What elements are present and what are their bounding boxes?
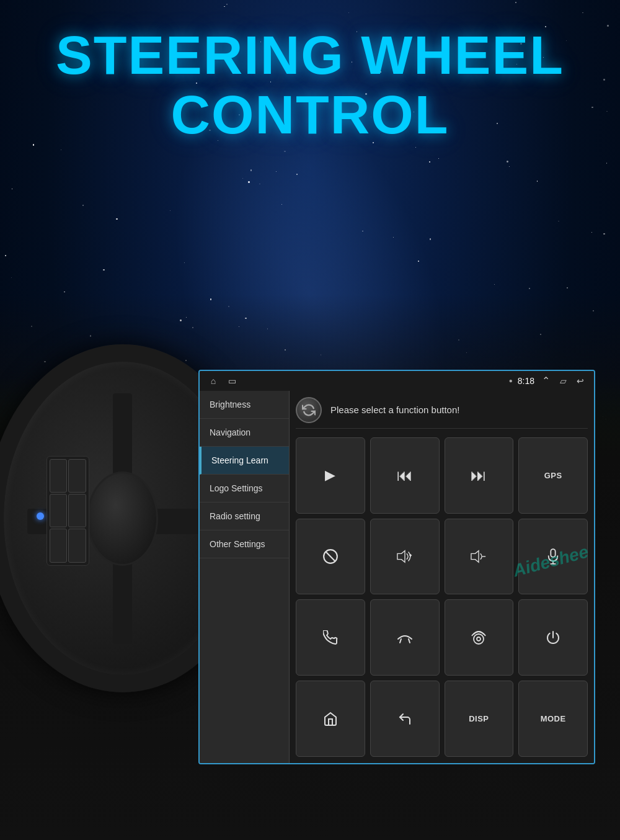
- btn-gps[interactable]: GPS: [518, 437, 588, 514]
- page-title-line1: STEERING WHEEL: [0, 25, 620, 86]
- back-icon[interactable]: ↩: [574, 375, 587, 387]
- mute-icon: [322, 548, 339, 565]
- menu-item-steering-learn[interactable]: Steering Learn: [200, 447, 289, 475]
- phone-icon: [323, 630, 338, 645]
- btn-prev[interactable]: ⏮: [370, 437, 440, 514]
- page-title-line2: CONTROL: [0, 85, 620, 145]
- btn-power[interactable]: [518, 599, 588, 676]
- btn-disp[interactable]: DISP: [445, 681, 514, 757]
- prev-icon: ⏮: [397, 466, 413, 485]
- panel-header: Please select a function button!: [296, 397, 588, 429]
- function-buttons-grid: ▶ ⏮ ⏭ GPS: [296, 437, 588, 757]
- btn-mic[interactable]: [518, 519, 588, 595]
- refresh-button[interactable]: [296, 397, 322, 423]
- main-panel: Please select a function button! ▶ ⏮ ⏭ G…: [290, 391, 594, 763]
- sw-btn-1[interactable]: [50, 459, 68, 493]
- sim-icon: ▭: [226, 375, 238, 387]
- play-icon: ▶: [325, 467, 335, 483]
- menu-item-other-settings[interactable]: Other Settings: [200, 530, 289, 558]
- btn-play[interactable]: ▶: [296, 437, 365, 514]
- blue-indicator: [37, 512, 44, 520]
- gps-label: GPS: [544, 471, 562, 480]
- vol-down-icon: [471, 549, 487, 564]
- svg-point-10: [474, 634, 484, 644]
- head-unit-screen: ⌂ ▭ ● 8:18 ⌃ ▱ ↩ Brightness Navigation S…: [198, 370, 595, 764]
- btn-radio[interactable]: [445, 599, 514, 676]
- btn-mode[interactable]: MODE: [518, 681, 588, 757]
- hang-up-icon: [396, 630, 414, 645]
- window-icon[interactable]: ▱: [557, 375, 569, 387]
- sidebar-menu: Brightness Navigation Steering Learn Log…: [200, 391, 290, 763]
- menu-item-logo-settings[interactable]: Logo Settings: [200, 475, 289, 503]
- sw-btn-4[interactable]: [68, 494, 86, 527]
- svg-marker-5: [471, 551, 479, 563]
- power-icon: [546, 630, 560, 645]
- svg-line-1: [326, 552, 335, 561]
- btn-back-func[interactable]: [370, 681, 440, 757]
- home-icon[interactable]: ⌂: [207, 375, 219, 387]
- btn-next[interactable]: ⏭: [445, 437, 514, 514]
- sw-btn-3[interactable]: [50, 494, 68, 527]
- svg-marker-2: [397, 551, 405, 563]
- btn-mute[interactable]: [296, 519, 365, 595]
- btn-home[interactable]: [296, 681, 365, 757]
- btn-phone[interactable]: [296, 599, 365, 676]
- panel-prompt: Please select a function button!: [330, 404, 459, 415]
- back-func-icon: [397, 712, 412, 726]
- sw-btn-6[interactable]: [68, 529, 86, 562]
- vol-up-icon: [397, 549, 413, 564]
- home-func-icon: [323, 712, 338, 726]
- disp-label: DISP: [469, 714, 489, 723]
- sw-btn-5[interactable]: [50, 529, 68, 562]
- status-bar: ⌂ ▭ ● 8:18 ⌃ ▱ ↩: [200, 371, 594, 391]
- steering-buttons: [46, 456, 89, 566]
- sw-btn-2[interactable]: [68, 459, 86, 493]
- svg-point-11: [477, 637, 480, 641]
- mode-label: MODE: [541, 714, 566, 723]
- menu-item-navigation[interactable]: Navigation: [200, 419, 289, 447]
- menu-item-brightness[interactable]: Brightness: [200, 391, 289, 419]
- main-title-block: STEERING WHEEL CONTROL: [0, 25, 620, 146]
- btn-vol-up[interactable]: [370, 519, 440, 595]
- btn-hang-up[interactable]: [370, 599, 440, 676]
- radio-icon: [470, 630, 487, 645]
- steering-hub: [87, 471, 158, 566]
- next-icon: ⏭: [471, 466, 487, 485]
- status-right: ● 8:18 ⌃ ▱ ↩: [509, 375, 587, 387]
- menu-item-radio-setting[interactable]: Radio setting: [200, 503, 289, 530]
- status-time: 8:18: [518, 376, 534, 386]
- svg-rect-7: [551, 549, 555, 557]
- btn-vol-down[interactable]: [445, 519, 514, 595]
- mic-icon: [546, 548, 560, 565]
- chevron-up-icon[interactable]: ⌃: [539, 375, 552, 387]
- screen-content: Brightness Navigation Steering Learn Log…: [200, 391, 594, 763]
- status-left: ⌂ ▭: [207, 375, 238, 387]
- signal-dot: ●: [509, 377, 513, 384]
